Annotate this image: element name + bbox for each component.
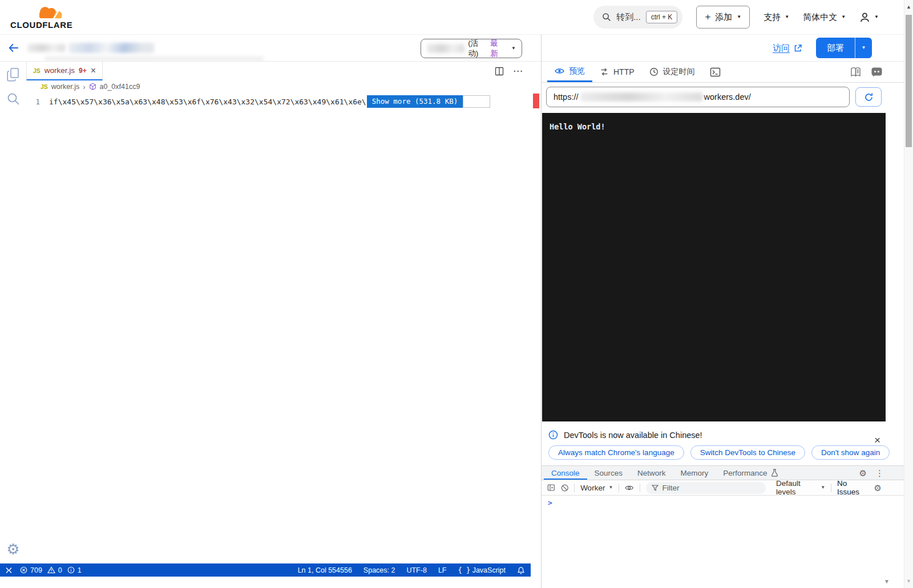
eol-setting[interactable]: LF <box>438 566 447 574</box>
code-editor: JS worker.js 9+ × ⋯ JS worker.js › a0_0x… <box>26 62 531 563</box>
back-button[interactable] <box>8 43 19 53</box>
devtools-tab-sources[interactable]: Sources <box>587 466 631 480</box>
scroll-down-icon[interactable]: ▼ <box>904 578 913 584</box>
language-mode[interactable]: { } JavaScript <box>458 566 506 574</box>
refresh-button[interactable] <box>855 87 882 107</box>
devtools-settings-icon[interactable]: ⚙ <box>859 469 867 477</box>
clock-icon <box>649 67 659 76</box>
top-navigation: CLOUDFLARE 转到... ctrl + K + 添加 ▼ 支持 ▼ 简体… <box>0 0 904 34</box>
page-scrollbar[interactable]: ▲ ▼ <box>904 0 913 588</box>
support-menu[interactable]: 支持 ▼ <box>763 12 789 23</box>
scrollbar-thumb[interactable] <box>906 15 912 147</box>
chevron-down-icon: ▼ <box>785 15 789 19</box>
tab-http[interactable]: HTTP <box>592 62 642 82</box>
add-button[interactable]: + 添加 ▼ <box>696 6 750 29</box>
deploy-options-button[interactable]: ▼ <box>855 38 872 58</box>
execution-context-dropdown[interactable]: Worker ▼ <box>580 484 613 492</box>
error-count: 709 <box>30 566 42 574</box>
tab-filename: worker.js <box>45 66 75 75</box>
problems-indicator[interactable]: 709 0 1 <box>20 566 82 574</box>
devtools-tab-bar: Console Sources Network Memory Performan… <box>542 465 904 480</box>
discord-icon[interactable] <box>871 67 883 77</box>
warning-triangle-icon <box>47 566 55 574</box>
preview-output: Hello World! <box>550 122 605 131</box>
devtools-language-banner: DevTools is now available in Chinese! × <box>542 428 904 442</box>
console-toolbar: Worker ▼ Filter Default levels ▼ No Issu… <box>542 480 904 496</box>
toolbar-divider <box>619 484 619 492</box>
console-prompt[interactable]: > <box>548 498 552 507</box>
search-sidebar-icon[interactable] <box>6 92 21 106</box>
editor-breadcrumb[interactable]: JS worker.js › a0_0xf41cc9 <box>26 80 531 93</box>
preview-frame[interactable]: Hello World! <box>542 113 886 421</box>
url-prefix: https:// <box>554 92 579 102</box>
editor-overview-ruler[interactable] <box>531 62 541 563</box>
clear-console-icon[interactable] <box>561 484 569 492</box>
tab-label: Sources <box>595 469 623 477</box>
error-circle-icon <box>20 566 27 574</box>
filter-placeholder: Filter <box>662 484 680 492</box>
issues-counter[interactable]: No Issues <box>837 479 868 496</box>
redacted-subtitle <box>45 56 264 61</box>
preview-url-row: https:// workers.dev/ <box>542 83 904 110</box>
remote-indicator-icon[interactable] <box>5 566 13 574</box>
tab-schedule[interactable]: 设定时间 <box>642 62 702 82</box>
devtools-menu-icon[interactable]: ⋮ <box>875 469 884 477</box>
tab-label: Network <box>637 469 666 477</box>
chevron-down-icon: ▼ <box>841 15 846 19</box>
devtools-tab-console[interactable]: Console <box>544 466 587 480</box>
account-menu[interactable]: ▼ <box>859 12 879 23</box>
cloudflare-logo[interactable]: CLOUDFLARE <box>10 5 72 30</box>
tab-label: Performance <box>723 469 767 477</box>
language-menu[interactable]: 简体中文 ▼ <box>803 12 846 23</box>
version-dropdown[interactable]: (活动) 最新 ▼ <box>421 39 522 58</box>
arrow-left-icon <box>8 43 19 53</box>
redacted-subdomain <box>580 92 702 102</box>
split-editor-icon[interactable] <box>495 67 504 76</box>
scroll-up-icon[interactable]: ▲ <box>904 4 913 10</box>
live-expression-eye-icon[interactable] <box>625 484 633 492</box>
console-output[interactable]: > <box>542 496 904 581</box>
url-suffix: workers.dev/ <box>704 92 751 102</box>
switch-chinese-button[interactable]: Switch DevTools to Chinese <box>690 445 805 460</box>
settings-gear-icon[interactable]: ⚙ <box>6 542 19 557</box>
preview-url-input[interactable]: https:// workers.dev/ <box>546 87 850 107</box>
console-settings-icon[interactable]: ⚙ <box>874 484 882 492</box>
code-line-1[interactable]: 1 if\x45\x57\x36\x5a\x63\x48\x53\x6f\x76… <box>26 95 531 108</box>
tab-label: Memory <box>681 469 709 477</box>
encoding-setting[interactable]: UTF-8 <box>406 566 426 574</box>
docs-book-icon[interactable] <box>850 67 862 78</box>
cloudflare-workers-editor-page: CLOUDFLARE 转到... ctrl + K + 添加 ▼ 支持 ▼ 简体… <box>0 0 913 588</box>
close-tab-icon[interactable]: × <box>91 66 96 75</box>
deploy-button[interactable]: 部署 <box>816 38 855 58</box>
more-actions-icon[interactable]: ⋯ <box>513 65 523 77</box>
info-circle-icon <box>67 566 75 574</box>
terminal-tab-button[interactable] <box>702 62 728 82</box>
banner-buttons: Always match Chrome's language Switch De… <box>542 442 904 465</box>
log-levels-dropdown[interactable]: Default levels ▼ <box>776 479 825 496</box>
preview-panel-links <box>850 62 899 82</box>
files-icon[interactable] <box>6 67 21 83</box>
editor-tab-actions: ⋯ <box>495 62 531 80</box>
console-filter-input[interactable]: Filter <box>646 482 766 494</box>
show-more-button[interactable]: Show more (531.8 KB) <box>367 95 463 108</box>
chevron-down-icon: ▼ <box>862 46 866 50</box>
tab-preview[interactable]: 预览 <box>547 62 592 82</box>
tab-worker-js[interactable]: JS worker.js 9+ × <box>26 62 103 80</box>
cursor-position[interactable]: Ln 1, Col 554556 <box>298 566 352 574</box>
devtools-tab-network[interactable]: Network <box>630 466 673 480</box>
devtools-tab-performance[interactable]: Performance <box>716 466 785 480</box>
match-language-button[interactable]: Always match Chrome's language <box>548 445 684 460</box>
notifications-bell-icon[interactable] <box>517 566 525 574</box>
levels-label: Default levels <box>776 479 817 496</box>
visit-link[interactable]: 访问 <box>773 43 802 54</box>
devtools-tab-memory[interactable]: Memory <box>673 466 716 480</box>
console-sidebar-icon[interactable] <box>547 484 555 492</box>
indentation-setting[interactable]: Spaces: 2 <box>363 566 395 574</box>
panel-scroll-down-icon[interactable]: ▼ <box>884 578 890 585</box>
banner-close-icon[interactable]: × <box>874 435 880 445</box>
version-latest-label: 最新 <box>490 38 504 59</box>
dont-show-again-button[interactable]: Don't show again <box>811 445 890 460</box>
support-label: 支持 <box>763 12 781 23</box>
preview-tab-bar: 预览 HTTP 设定时间 <box>542 62 904 83</box>
global-search[interactable]: 转到... ctrl + K <box>593 6 682 29</box>
